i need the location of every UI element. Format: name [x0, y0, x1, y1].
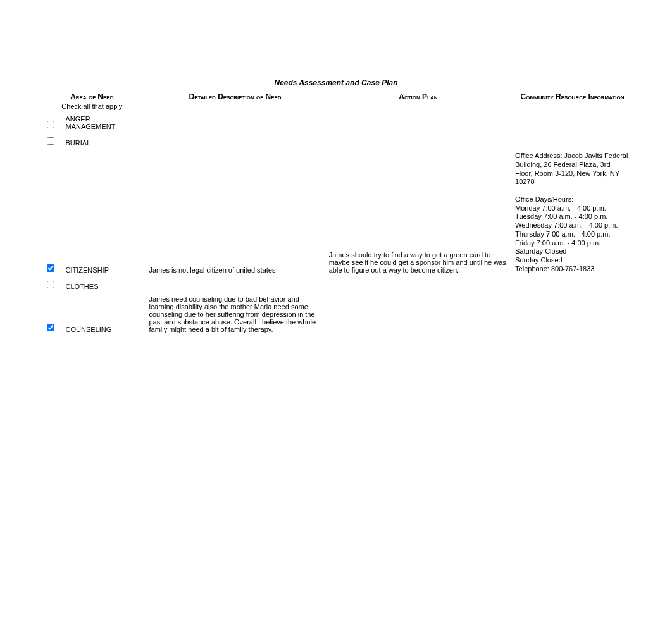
- table-row: BURIAL: [39, 133, 633, 149]
- row-checkbox[interactable]: [47, 137, 54, 145]
- row-checkbox[interactable]: [47, 264, 54, 272]
- row-checkbox[interactable]: [47, 121, 54, 128]
- area-of-need-label: COUNSELING: [62, 293, 146, 336]
- row-checkbox-cell: [39, 133, 62, 149]
- resource-cell: [511, 276, 633, 293]
- resource-cell: Office Address: Jacob Javits Federal Bui…: [511, 149, 633, 276]
- resource-cell: [511, 293, 633, 336]
- area-of-need-label: CLOTHES: [62, 276, 146, 293]
- action-plan-cell: [325, 293, 511, 336]
- action-plan-cell: James should try to find a way to get a …: [325, 149, 511, 276]
- col-header-area: Area of Need Check all that apply: [39, 90, 145, 113]
- resource-cell: [511, 113, 633, 133]
- action-plan-cell: [325, 113, 511, 133]
- page-title: Needs Assessment and Case Plan: [39, 76, 633, 90]
- action-plan-cell: [325, 276, 511, 293]
- row-checkbox-cell: [39, 293, 62, 336]
- row-checkbox-cell: [39, 276, 62, 293]
- col-header-action-plan: Action Plan: [325, 90, 511, 113]
- area-of-need-label: ANGER MANAGEMENT: [62, 113, 146, 133]
- col-header-area-title: Area of Need: [70, 92, 113, 101]
- needs-table: Area of Need Check all that apply Detail…: [39, 90, 633, 336]
- table-row: CITIZENSHIPJames is not legal citizen of…: [39, 149, 633, 276]
- action-plan-cell: [325, 133, 511, 149]
- col-header-area-subtitle: Check all that apply: [42, 102, 141, 110]
- table-row: COUNSELING James need counseling due to …: [39, 293, 633, 336]
- description-cell: [145, 133, 325, 149]
- description-cell: James is not legal citizen of united sta…: [145, 149, 325, 276]
- table-header-row: Area of Need Check all that apply Detail…: [39, 90, 633, 113]
- col-header-description: Detailed Description of Need: [145, 90, 325, 113]
- table-row: CLOTHES: [39, 276, 633, 293]
- row-checkbox[interactable]: [47, 324, 54, 331]
- row-checkbox[interactable]: [47, 281, 54, 288]
- description-cell: [145, 276, 325, 293]
- table-row: ANGER MANAGEMENT: [39, 113, 633, 133]
- resource-cell: [511, 133, 633, 149]
- area-of-need-label: CITIZENSHIP: [62, 149, 146, 276]
- area-of-need-label: BURIAL: [62, 133, 146, 149]
- row-checkbox-cell: [39, 113, 62, 133]
- document-page: Needs Assessment and Case Plan Area of N…: [39, 76, 633, 336]
- row-checkbox-cell: [39, 149, 62, 276]
- col-header-resource: Community Resource Information: [511, 90, 633, 113]
- description-cell: [145, 113, 325, 133]
- description-cell: James need counseling due to bad behavio…: [145, 293, 325, 336]
